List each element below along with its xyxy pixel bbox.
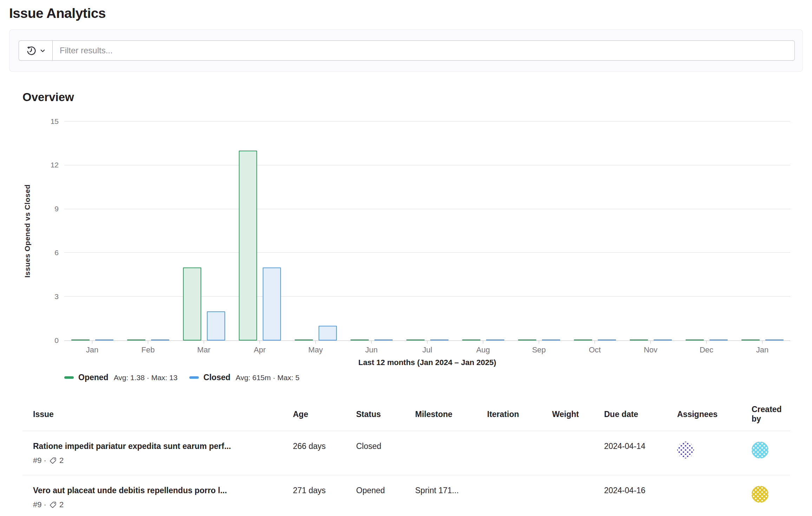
column-header-status: Status xyxy=(346,396,405,431)
issue-title-link[interactable]: Ratione impedit pariatur expedita sunt e… xyxy=(33,442,277,451)
bars-row xyxy=(64,121,790,340)
closed-bar-dec-11[interactable] xyxy=(709,339,728,340)
history-icon xyxy=(26,45,37,56)
created-by-avatar[interactable] xyxy=(752,486,768,503)
closed-bar-jan-0[interactable] xyxy=(95,339,113,340)
month-slot-jun-5 xyxy=(343,121,399,340)
y-tick-label: 15 xyxy=(51,117,59,126)
issue-reference: #9 · xyxy=(33,500,46,509)
issue-reference: #9 · xyxy=(33,456,46,465)
month-slot-feb-1 xyxy=(120,121,176,340)
opened-bar-mar-2[interactable] xyxy=(183,267,201,340)
closed-bar-jul-6[interactable] xyxy=(430,339,448,340)
x-tick-label: May xyxy=(288,345,343,355)
opened-bar-jun-5[interactable] xyxy=(351,339,369,340)
assignee-avatar[interactable] xyxy=(677,442,694,458)
x-axis-cell-dec-11: Dec xyxy=(679,341,734,355)
closed-bar-may-4[interactable] xyxy=(319,326,337,340)
opened-bar-jul-6[interactable] xyxy=(406,339,425,340)
column-header-issue: Issue xyxy=(22,396,282,431)
milestone-cell xyxy=(405,431,477,475)
month-slot-dec-11 xyxy=(679,121,734,340)
x-axis-cell-aug-7: Aug xyxy=(455,341,511,355)
month-slot-oct-9 xyxy=(567,121,623,340)
month-slot-mar-2 xyxy=(176,121,232,340)
opened-bar-may-4[interactable] xyxy=(295,339,313,340)
x-axis-cell-oct-9: Oct xyxy=(567,341,623,355)
x-tick-mark xyxy=(650,341,651,344)
table-row: Vero aut placeat unde debitis repellendu… xyxy=(22,475,790,516)
chart-legend: OpenedAvg: 1.38 · Max: 13ClosedAvg: 615m… xyxy=(64,373,790,382)
opened-bar-oct-9[interactable] xyxy=(574,339,592,340)
month-slot-aug-7 xyxy=(455,121,511,340)
opened-bar-dec-11[interactable] xyxy=(686,339,704,340)
assignees-cell xyxy=(667,431,741,475)
x-axis-cell-feb-1: Feb xyxy=(120,341,176,355)
y-axis-title: Issues Opened vs Closed xyxy=(23,121,32,340)
table-body: Ratione impedit pariatur expedita sunt e… xyxy=(22,431,790,516)
closed-bar-apr-3[interactable] xyxy=(263,267,281,340)
column-header-age: Age xyxy=(282,396,346,431)
x-tick-mark xyxy=(427,341,427,344)
closed-bar-aug-7[interactable] xyxy=(486,339,504,340)
opened-bar-feb-1[interactable] xyxy=(127,339,145,340)
x-tick-label: Apr xyxy=(232,345,288,355)
closed-bar-sep-8[interactable] xyxy=(542,339,560,340)
closed-bar-nov-10[interactable] xyxy=(654,339,672,340)
x-tick-label: Aug xyxy=(455,345,511,355)
status-cell: Opened xyxy=(346,475,405,516)
x-axis-cell-jun-5: Jun xyxy=(343,341,399,355)
x-tick-label: Sep xyxy=(511,345,567,355)
y-tick-label: 12 xyxy=(51,161,59,169)
issue-cell: Vero aut placeat unde debitis repellendu… xyxy=(22,475,282,516)
x-tick-label: Oct xyxy=(567,345,623,355)
x-axis-cell-sep-8: Sep xyxy=(511,341,567,355)
x-axis-cell-jan-12: Jan xyxy=(734,341,790,355)
x-tick-label: Dec xyxy=(679,345,734,355)
opened-bar-jan-12[interactable] xyxy=(741,339,760,340)
month-slot-apr-3 xyxy=(232,121,288,340)
y-tick-label: 0 xyxy=(54,336,59,345)
closed-bar-mar-2[interactable] xyxy=(207,311,225,340)
month-slot-may-4 xyxy=(288,121,343,340)
x-axis-cell-jul-6: Jul xyxy=(399,341,455,355)
page-title: Issue Analytics xyxy=(9,6,812,21)
closed-bar-oct-9[interactable] xyxy=(598,339,616,340)
closed-bar-feb-1[interactable] xyxy=(151,339,169,340)
closed-bar-jun-5[interactable] xyxy=(374,339,393,340)
opened-bar-jan-0[interactable] xyxy=(71,339,90,340)
table-header-row: IssueAgeStatusMilestoneIterationWeightDu… xyxy=(22,396,790,431)
y-tick-label: 9 xyxy=(54,205,59,213)
month-slot-jan-12 xyxy=(734,121,790,340)
opened-bar-sep-8[interactable] xyxy=(518,339,536,340)
issue-title-link[interactable]: Vero aut placeat unde debitis repellendu… xyxy=(33,486,277,495)
due-date-cell: 2024-04-14 xyxy=(594,431,667,475)
legend-item-opened[interactable]: OpenedAvg: 1.38 · Max: 13 xyxy=(64,373,177,382)
opened-bar-apr-3[interactable] xyxy=(239,151,257,340)
legend-item-closed[interactable]: ClosedAvg: 615m · Max: 5 xyxy=(189,373,299,382)
x-tick-mark xyxy=(148,341,148,344)
label-count: 2 xyxy=(59,456,64,465)
x-axis-cell-jan-0: Jan xyxy=(64,341,120,355)
x-axis-cell-apr-3: Apr xyxy=(232,341,288,355)
created-by-avatar[interactable] xyxy=(752,442,768,458)
filter-history-button[interactable] xyxy=(19,40,52,61)
x-axis-title: Last 12 months (Jan 2024 – Jan 2025) xyxy=(64,358,790,367)
x-tick-mark xyxy=(92,341,92,344)
age-cell: 266 days xyxy=(282,431,346,475)
issue-meta: #9 ·2 xyxy=(33,500,277,509)
column-header-created-by: Created by xyxy=(741,396,790,431)
opened-bar-nov-10[interactable] xyxy=(630,339,648,340)
closed-bar-jan-12[interactable] xyxy=(765,339,784,340)
legend-series-stats: Avg: 1.38 · Max: 13 xyxy=(114,373,178,382)
column-header-due-date: Due date xyxy=(594,396,667,431)
x-tick-mark xyxy=(483,341,483,344)
issue-meta: #9 ·2 xyxy=(33,456,277,465)
chart-plot[interactable]: 03691215 xyxy=(64,121,790,341)
filter-input[interactable] xyxy=(52,40,795,61)
opened-bar-aug-7[interactable] xyxy=(462,339,480,340)
overview-heading: Overview xyxy=(22,91,812,104)
x-axis-labels: JanFebMarAprMayJunJulAugSepOctNovDecJan xyxy=(64,341,790,355)
legend-swatch-icon xyxy=(189,376,199,379)
legend-series-stats: Avg: 615m · Max: 5 xyxy=(236,373,300,382)
